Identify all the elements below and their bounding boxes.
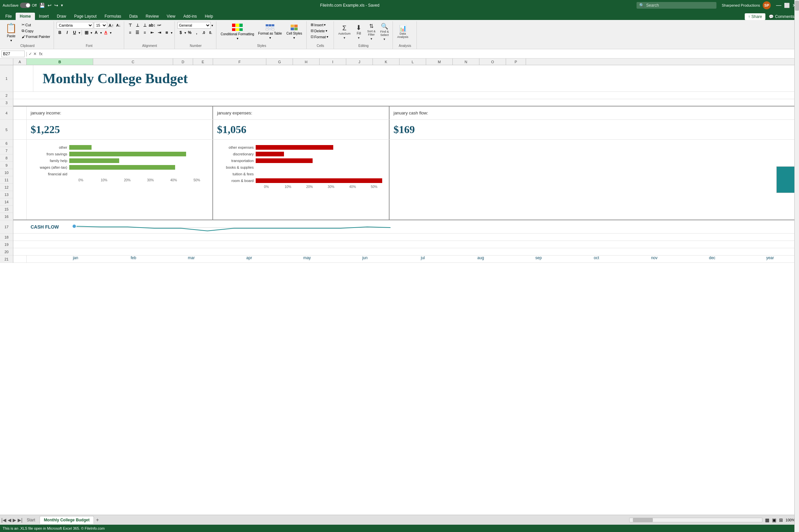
cell-styles-button[interactable]: Cell Styles ▾ xyxy=(284,22,304,42)
layout-view-icon[interactable]: ▣ xyxy=(772,517,776,523)
normal-view-icon[interactable]: ▦ xyxy=(765,517,769,523)
increase-indent-button[interactable]: ⇥ xyxy=(156,29,163,36)
income-label-cell[interactable]: january income: xyxy=(26,107,213,119)
cell-B1[interactable]: Monthly College Budget xyxy=(33,71,799,87)
col-I[interactable]: I xyxy=(320,59,346,65)
tab-insert[interactable]: Insert xyxy=(35,13,53,20)
share-button[interactable]: ↑ Share xyxy=(745,13,765,20)
cut-button[interactable]: ✂ Cut xyxy=(20,22,52,27)
add-sheet-button[interactable]: + xyxy=(94,516,101,524)
col-P[interactable]: P xyxy=(506,59,526,65)
row-6[interactable]: 6 xyxy=(0,140,13,147)
autosum-dropdown[interactable]: ▾ xyxy=(343,36,345,40)
name-box[interactable] xyxy=(1,51,25,57)
row-21[interactable]: 21 xyxy=(0,255,13,263)
fill-dropdown[interactable]: ▾ xyxy=(358,36,359,40)
underline-button[interactable]: U xyxy=(71,29,78,36)
row-17[interactable]: 17 xyxy=(0,220,13,233)
cashflow-label-cell[interactable]: january cash flow: xyxy=(390,107,799,119)
align-top-button[interactable]: ⊤ xyxy=(127,22,133,28)
delete-button[interactable]: ⊟ Delete ▾ xyxy=(309,28,329,34)
row-20[interactable]: 20 xyxy=(0,248,13,255)
row-1[interactable]: 1 xyxy=(0,65,13,92)
row-9[interactable]: 9 xyxy=(0,162,13,169)
align-left-button[interactable]: ≡ xyxy=(127,29,133,36)
increase-decimal-button[interactable]: 0. xyxy=(207,29,214,36)
format-painter-button[interactable]: 🖌 Format Painter xyxy=(20,34,52,39)
find-select-button[interactable]: 🔍 Find &Select ▾ xyxy=(378,22,391,42)
number-dropdown-icon[interactable]: ▾ xyxy=(211,24,213,27)
col-G[interactable]: G xyxy=(266,59,293,65)
col-M[interactable]: M xyxy=(426,59,453,65)
tab-formulas[interactable]: Formulas xyxy=(100,13,125,20)
row-14[interactable]: 14 xyxy=(0,198,13,206)
merge-dropdown[interactable]: ▾ xyxy=(171,31,172,35)
col-E[interactable]: E xyxy=(193,59,213,65)
tab-home[interactable]: Home xyxy=(16,13,35,20)
align-bottom-button[interactable]: ⊥ xyxy=(142,22,148,28)
copy-button[interactable]: ⧉ Copy xyxy=(20,28,52,34)
cell-A1[interactable] xyxy=(20,65,33,92)
delete-dropdown[interactable]: ▾ xyxy=(326,29,327,33)
row-12[interactable]: 12 xyxy=(0,184,13,191)
comments-button[interactable]: 💬 Comments xyxy=(765,13,798,20)
find-dropdown[interactable]: ▾ xyxy=(384,37,385,41)
currency-dropdown[interactable]: ▾ xyxy=(184,31,186,35)
income-value-cell[interactable]: $1,225 xyxy=(26,120,213,139)
insert-button[interactable]: ⊞ Insert ▾ xyxy=(309,22,327,27)
format-dropdown[interactable]: ▾ xyxy=(327,35,328,39)
data-analysis-button[interactable]: 📊 DataAnalysis xyxy=(395,22,410,42)
decrease-font-button[interactable]: A↓ xyxy=(115,22,122,28)
function-icon[interactable]: fx xyxy=(38,51,44,56)
col-D[interactable]: D xyxy=(173,59,193,65)
borders-button[interactable]: ⊞ xyxy=(83,29,90,36)
wrap-text-button[interactable]: ≡↵ xyxy=(156,22,163,28)
row-2[interactable]: 2 xyxy=(0,92,13,99)
row-8[interactable]: 8 xyxy=(0,154,13,162)
tab-page-layout[interactable]: Page Layout xyxy=(70,13,100,20)
underline-dropdown[interactable]: ▾ xyxy=(78,31,80,35)
borders-dropdown[interactable]: ▾ xyxy=(91,31,92,35)
paste-dropdown-icon[interactable]: ▾ xyxy=(10,39,12,42)
col-J[interactable]: J xyxy=(346,59,373,65)
expenses-label-cell[interactable]: january expenses: xyxy=(213,107,390,119)
col-O[interactable]: O xyxy=(479,59,506,65)
format-table-dropdown[interactable]: ▾ xyxy=(269,36,271,40)
tab-nav-prev[interactable]: ◀ xyxy=(8,517,11,523)
formula-input[interactable]: Monthly Cash After Expense xyxy=(45,51,798,57)
tab-draw[interactable]: Draw xyxy=(53,13,70,20)
font-name-select[interactable]: Cambria xyxy=(57,22,93,28)
cell-styles-dropdown[interactable]: ▾ xyxy=(293,36,295,40)
row-15[interactable]: 15 xyxy=(0,206,13,213)
cond-format-dropdown[interactable]: ▾ xyxy=(237,37,238,40)
autosum-button[interactable]: Σ AutoSum ▾ xyxy=(337,22,352,42)
row-13[interactable]: 13 xyxy=(0,191,13,198)
font-size-select[interactable]: 15 xyxy=(94,22,107,28)
col-A[interactable]: A xyxy=(13,59,26,65)
row-11[interactable]: 11 xyxy=(0,176,13,184)
horizontal-scrollbar[interactable] xyxy=(629,518,762,522)
text-orient-button[interactable]: ab↕ xyxy=(149,22,155,28)
minimize-icon[interactable]: — xyxy=(776,2,781,8)
vertical-scrollbar[interactable] xyxy=(794,65,799,515)
conditional-formatting-button[interactable]: Conditional Formatting ▾ xyxy=(219,22,256,42)
undo-icon[interactable]: ↩ xyxy=(48,3,52,8)
tab-view[interactable]: View xyxy=(163,13,180,20)
save-icon[interactable]: 💾 xyxy=(39,3,45,8)
align-middle-button[interactable]: ⊥ xyxy=(134,22,141,28)
tab-file[interactable]: File xyxy=(1,13,16,20)
tab-addins[interactable]: Add-ins xyxy=(180,13,201,20)
fill-color-button[interactable]: A xyxy=(93,29,99,36)
row-10[interactable]: 10 xyxy=(0,169,13,176)
restore-icon[interactable]: ⬜ xyxy=(784,3,790,8)
tab-nav-next[interactable]: ▶ xyxy=(13,517,16,523)
insert-dropdown[interactable]: ▾ xyxy=(324,23,326,26)
user-badge[interactable]: SP xyxy=(763,1,771,9)
check-icon[interactable]: ✓ xyxy=(29,52,32,56)
fill-button[interactable]: ⬇ Fill ▾ xyxy=(354,22,364,42)
col-K[interactable]: K xyxy=(373,59,400,65)
currency-button[interactable]: $ xyxy=(178,29,184,36)
col-L[interactable]: L xyxy=(400,59,426,65)
decrease-decimal-button[interactable]: .0 xyxy=(200,29,207,36)
autosave-toggle[interactable] xyxy=(20,3,31,8)
